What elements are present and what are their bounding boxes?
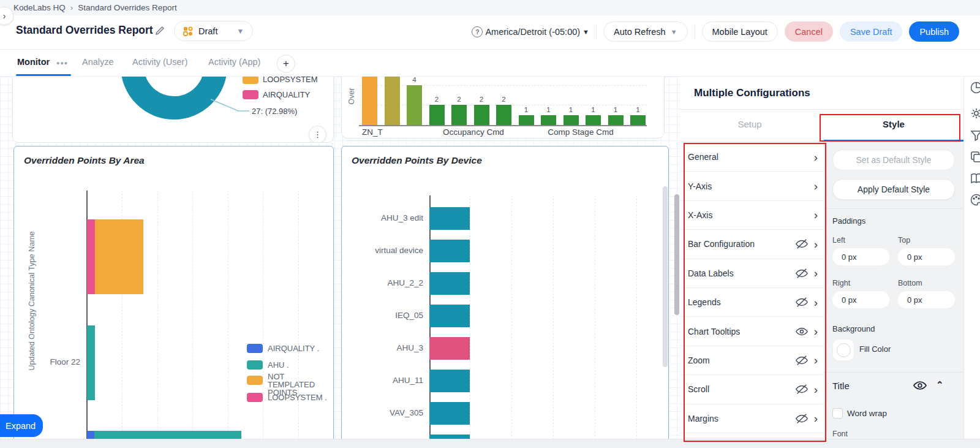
publish-button[interactable]: Publish <box>909 21 959 42</box>
legend-swatch[interactable] <box>247 360 263 370</box>
book-icon[interactable] <box>970 172 980 185</box>
section-label: Scroll <box>688 384 795 394</box>
chevron-right-icon: › <box>814 412 818 424</box>
bar[interactable] <box>429 402 470 425</box>
eye-off-icon[interactable] <box>795 267 809 280</box>
style-section-y-axis[interactable]: Y-Axis› <box>680 172 824 200</box>
bar[interactable] <box>541 115 556 125</box>
bar[interactable] <box>451 105 467 125</box>
bar-segment[interactable] <box>87 219 95 294</box>
device-chart-card[interactable]: Overridden Points By Device AHU_3 editvi… <box>341 146 669 448</box>
status-dropdown[interactable]: Draft ▼ <box>174 21 253 41</box>
copy-icon[interactable] <box>970 150 980 164</box>
style-section-chart-tooltips[interactable]: Chart Tooltips› <box>680 317 824 346</box>
tab-options-icon[interactable]: ●●● <box>56 60 68 66</box>
card-menu-button[interactable]: ⋮ <box>309 126 326 143</box>
bar[interactable] <box>608 115 624 125</box>
padding-top-input[interactable] <box>898 248 955 265</box>
eye-off-icon[interactable] <box>795 354 809 367</box>
padding-top-label: Top <box>898 236 910 245</box>
tab-activity-app[interactable]: Activity (App) <box>208 57 260 67</box>
legend-label[interactable]: LOOPSYSTEM <box>263 77 318 83</box>
bar[interactable] <box>385 77 400 125</box>
bar[interactable] <box>630 115 646 125</box>
word-wrap-checkbox[interactable] <box>832 408 843 419</box>
donut-chart-card[interactable]: LOOPSYSTEM AIRQUALITY 27: (72.98%) ⋮ <box>12 77 334 143</box>
save-draft-button[interactable]: Save Draft <box>840 21 903 42</box>
legend-swatch[interactable] <box>247 376 263 385</box>
pie-chart-icon[interactable] <box>970 81 980 94</box>
bar-segment[interactable] <box>87 325 95 400</box>
report-tabbar: Monitor ●●● Analyze Activity (User) Acti… <box>0 50 980 77</box>
chart-scrollbar[interactable] <box>663 186 668 367</box>
style-section-zoom[interactable]: Zoom› <box>680 346 824 375</box>
eye-off-icon[interactable] <box>795 295 809 309</box>
edit-pencil-icon[interactable] <box>154 25 165 36</box>
eye-off-icon[interactable] <box>795 382 809 396</box>
bar[interactable] <box>407 85 422 125</box>
apply-default-style-button[interactable]: Apply Default Style <box>832 179 955 200</box>
chevron-right-icon: › <box>814 325 818 337</box>
bar[interactable] <box>496 105 511 125</box>
bar[interactable] <box>429 105 445 125</box>
category-label: AHU_11 <box>354 376 423 385</box>
donut-callout-value: 27: (72.98%) <box>252 107 297 116</box>
bar[interactable] <box>519 115 534 125</box>
eye-icon[interactable] <box>795 325 809 338</box>
legend-label[interactable]: AHU . <box>268 361 289 369</box>
tab-analyze[interactable]: Analyze <box>82 57 114 67</box>
area-chart-card[interactable]: Overridden Points By Area Updated Ontolo… <box>13 146 334 448</box>
style-section-x-axis[interactable]: X-Axis› <box>680 201 824 230</box>
breadcrumb-item-root[interactable]: KodeLabs HQ <box>13 3 66 12</box>
style-section-data-labels[interactable]: Data Labels› <box>680 259 824 288</box>
title-collapse-chevron-icon[interactable]: ⌃ <box>936 379 944 390</box>
add-tab-button[interactable]: + <box>277 55 295 73</box>
legend-label[interactable]: LOOPSYSTEM . <box>268 393 327 401</box>
eye-off-icon[interactable] <box>795 237 809 251</box>
bar[interactable] <box>586 115 601 125</box>
padding-bottom-input[interactable] <box>898 291 955 308</box>
section-label: Legends <box>688 297 795 307</box>
bar[interactable] <box>429 240 470 262</box>
style-section-scroll[interactable]: Scroll› <box>680 375 824 404</box>
tab-monitor[interactable]: Monitor <box>17 57 50 67</box>
style-section-general[interactable]: General› <box>680 143 824 172</box>
auto-refresh-dropdown[interactable]: Auto Refresh ▼ <box>603 21 688 42</box>
title-visibility-eye-icon[interactable] <box>913 378 927 393</box>
legend-swatch[interactable] <box>247 393 263 402</box>
style-section-margins[interactable]: Margins› <box>680 404 824 433</box>
set-default-style-button[interactable]: Set as Default Style <box>832 150 955 170</box>
mobile-layout-button[interactable]: Mobile Layout <box>702 21 778 42</box>
tab-style[interactable]: Style <box>824 119 963 129</box>
bar[interactable] <box>429 272 470 295</box>
filter-icon[interactable] <box>970 129 980 142</box>
cancel-button[interactable]: Cancel <box>785 21 833 42</box>
legend-swatch[interactable] <box>247 344 263 353</box>
legend-swatch[interactable] <box>243 77 258 84</box>
style-section-bar-configuration[interactable]: Bar Configuration› <box>680 230 824 259</box>
legend-label[interactable]: AIRQUALITY <box>263 91 310 99</box>
bar[interactable] <box>474 105 489 125</box>
tab-setup[interactable]: Setup <box>680 119 820 129</box>
padding-right-input[interactable] <box>832 291 889 308</box>
bar-value-label: 2 <box>429 96 445 103</box>
bar-segment[interactable] <box>95 219 143 294</box>
timezone-selector[interactable]: ? America/Detroit (-05:00) ▼ <box>472 26 589 37</box>
canvas-scrollbar[interactable] <box>674 194 679 315</box>
bar[interactable] <box>362 77 377 125</box>
padding-left-input[interactable] <box>832 248 889 265</box>
fill-color-swatch[interactable] <box>832 339 854 361</box>
bar-chart-card[interactable]: Over 42222111111 ZN_T Occupancy Cmd Comp… <box>341 77 665 139</box>
bar[interactable] <box>429 370 470 392</box>
expand-button[interactable]: Expand <box>0 414 43 437</box>
style-section-legends[interactable]: Legends› <box>680 288 824 317</box>
gear-icon[interactable] <box>970 107 980 120</box>
bar[interactable] <box>429 305 470 327</box>
bar[interactable] <box>429 337 470 360</box>
legend-label[interactable]: AIRQUALITY . <box>268 344 319 352</box>
bar[interactable] <box>429 207 470 230</box>
eye-off-icon[interactable] <box>795 412 809 425</box>
palette-icon[interactable] <box>970 193 980 207</box>
bar[interactable] <box>564 115 579 125</box>
tab-activity-user[interactable]: Activity (User) <box>132 57 187 67</box>
